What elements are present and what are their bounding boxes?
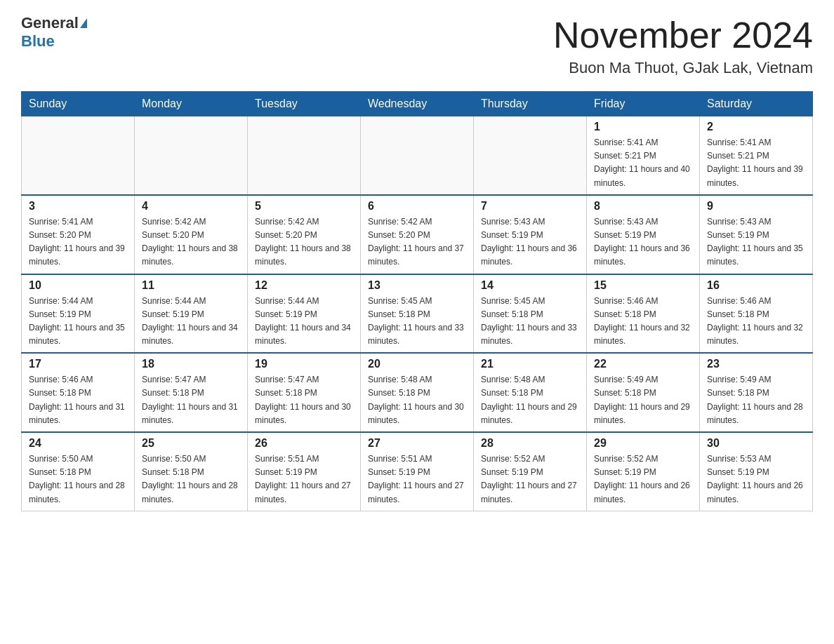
calendar-day-cell xyxy=(22,116,135,195)
day-number: 12 xyxy=(255,279,353,292)
day-number: 26 xyxy=(255,437,353,450)
calendar-day-cell: 10Sunrise: 5:44 AM Sunset: 5:19 PM Dayli… xyxy=(22,274,135,354)
day-number: 14 xyxy=(481,279,579,292)
day-info: Sunrise: 5:42 AM Sunset: 5:20 PM Dayligh… xyxy=(142,215,240,269)
title-section: November 2024 Buon Ma Thuot, GJak Lak, V… xyxy=(553,14,813,77)
calendar-week-row: 24Sunrise: 5:50 AM Sunset: 5:18 PM Dayli… xyxy=(22,432,813,511)
day-info: Sunrise: 5:43 AM Sunset: 5:19 PM Dayligh… xyxy=(707,215,805,269)
calendar-header-row: SundayMondayTuesdayWednesdayThursdayFrid… xyxy=(22,92,813,116)
calendar-day-cell: 22Sunrise: 5:49 AM Sunset: 5:18 PM Dayli… xyxy=(587,353,700,432)
day-info: Sunrise: 5:45 AM Sunset: 5:18 PM Dayligh… xyxy=(481,295,579,349)
day-info: Sunrise: 5:43 AM Sunset: 5:19 PM Dayligh… xyxy=(594,215,692,269)
day-number: 16 xyxy=(707,279,805,292)
calendar-week-row: 3Sunrise: 5:41 AM Sunset: 5:20 PM Daylig… xyxy=(22,195,813,274)
calendar-day-cell: 11Sunrise: 5:44 AM Sunset: 5:19 PM Dayli… xyxy=(135,274,248,354)
day-info: Sunrise: 5:41 AM Sunset: 5:21 PM Dayligh… xyxy=(594,136,692,190)
day-number: 20 xyxy=(368,358,466,370)
day-number: 25 xyxy=(142,437,240,450)
day-number: 1 xyxy=(594,121,692,133)
calendar-day-cell: 20Sunrise: 5:48 AM Sunset: 5:18 PM Dayli… xyxy=(361,353,474,432)
day-info: Sunrise: 5:44 AM Sunset: 5:19 PM Dayligh… xyxy=(142,295,240,349)
page-header: General Blue November 2024 Buon Ma Thuot… xyxy=(21,14,813,77)
day-of-week-header: Saturday xyxy=(700,92,813,116)
day-info: Sunrise: 5:50 AM Sunset: 5:18 PM Dayligh… xyxy=(142,452,240,507)
calendar-day-cell: 7Sunrise: 5:43 AM Sunset: 5:19 PM Daylig… xyxy=(474,195,587,274)
day-number: 23 xyxy=(707,358,805,370)
day-info: Sunrise: 5:43 AM Sunset: 5:19 PM Dayligh… xyxy=(481,215,579,269)
calendar-day-cell: 2Sunrise: 5:41 AM Sunset: 5:21 PM Daylig… xyxy=(700,116,813,195)
calendar-day-cell: 16Sunrise: 5:46 AM Sunset: 5:18 PM Dayli… xyxy=(700,274,813,354)
calendar-day-cell: 18Sunrise: 5:47 AM Sunset: 5:18 PM Dayli… xyxy=(135,353,248,432)
day-number: 15 xyxy=(594,279,692,292)
day-number: 4 xyxy=(142,200,240,213)
day-number: 8 xyxy=(594,200,692,213)
calendar-week-row: 10Sunrise: 5:44 AM Sunset: 5:19 PM Dayli… xyxy=(22,274,813,354)
calendar-day-cell: 21Sunrise: 5:48 AM Sunset: 5:18 PM Dayli… xyxy=(474,353,587,432)
calendar-day-cell xyxy=(248,116,361,195)
day-info: Sunrise: 5:48 AM Sunset: 5:18 PM Dayligh… xyxy=(481,373,579,427)
calendar-day-cell: 15Sunrise: 5:46 AM Sunset: 5:18 PM Dayli… xyxy=(587,274,700,354)
calendar-day-cell xyxy=(474,116,587,195)
calendar-week-row: 17Sunrise: 5:46 AM Sunset: 5:18 PM Dayli… xyxy=(22,353,813,432)
calendar-day-cell: 28Sunrise: 5:52 AM Sunset: 5:19 PM Dayli… xyxy=(474,432,587,511)
day-number: 10 xyxy=(29,279,127,292)
day-of-week-header: Wednesday xyxy=(361,92,474,116)
day-info: Sunrise: 5:51 AM Sunset: 5:19 PM Dayligh… xyxy=(368,452,466,507)
day-number: 7 xyxy=(481,200,579,213)
day-info: Sunrise: 5:46 AM Sunset: 5:18 PM Dayligh… xyxy=(29,373,127,427)
day-info: Sunrise: 5:42 AM Sunset: 5:20 PM Dayligh… xyxy=(255,215,353,269)
day-info: Sunrise: 5:48 AM Sunset: 5:18 PM Dayligh… xyxy=(368,373,466,427)
day-number: 21 xyxy=(481,358,579,370)
calendar-day-cell: 14Sunrise: 5:45 AM Sunset: 5:18 PM Dayli… xyxy=(474,274,587,354)
day-number: 13 xyxy=(368,279,466,292)
day-of-week-header: Thursday xyxy=(474,92,587,116)
day-info: Sunrise: 5:41 AM Sunset: 5:21 PM Dayligh… xyxy=(707,136,805,190)
calendar-day-cell: 8Sunrise: 5:43 AM Sunset: 5:19 PM Daylig… xyxy=(587,195,700,274)
day-info: Sunrise: 5:41 AM Sunset: 5:20 PM Dayligh… xyxy=(29,215,127,269)
calendar-day-cell: 23Sunrise: 5:49 AM Sunset: 5:18 PM Dayli… xyxy=(700,353,813,432)
day-number: 29 xyxy=(594,437,692,450)
day-number: 9 xyxy=(707,200,805,213)
day-info: Sunrise: 5:42 AM Sunset: 5:20 PM Dayligh… xyxy=(368,215,466,269)
month-year-title: November 2024 xyxy=(553,14,813,56)
calendar-day-cell: 25Sunrise: 5:50 AM Sunset: 5:18 PM Dayli… xyxy=(135,432,248,511)
calendar-day-cell: 5Sunrise: 5:42 AM Sunset: 5:20 PM Daylig… xyxy=(248,195,361,274)
day-info: Sunrise: 5:50 AM Sunset: 5:18 PM Dayligh… xyxy=(29,452,127,507)
calendar-day-cell: 4Sunrise: 5:42 AM Sunset: 5:20 PM Daylig… xyxy=(135,195,248,274)
day-of-week-header: Tuesday xyxy=(248,92,361,116)
calendar-day-cell: 6Sunrise: 5:42 AM Sunset: 5:20 PM Daylig… xyxy=(361,195,474,274)
day-number: 28 xyxy=(481,437,579,450)
calendar-table: SundayMondayTuesdayWednesdayThursdayFrid… xyxy=(21,91,813,511)
calendar-day-cell: 24Sunrise: 5:50 AM Sunset: 5:18 PM Dayli… xyxy=(22,432,135,511)
day-number: 27 xyxy=(368,437,466,450)
calendar-day-cell: 26Sunrise: 5:51 AM Sunset: 5:19 PM Dayli… xyxy=(248,432,361,511)
day-number: 11 xyxy=(142,279,240,292)
calendar-day-cell: 27Sunrise: 5:51 AM Sunset: 5:19 PM Dayli… xyxy=(361,432,474,511)
day-info: Sunrise: 5:44 AM Sunset: 5:19 PM Dayligh… xyxy=(255,295,353,349)
day-info: Sunrise: 5:51 AM Sunset: 5:19 PM Dayligh… xyxy=(255,452,353,507)
day-info: Sunrise: 5:52 AM Sunset: 5:19 PM Dayligh… xyxy=(594,452,692,507)
calendar-week-row: 1Sunrise: 5:41 AM Sunset: 5:21 PM Daylig… xyxy=(22,116,813,195)
logo-general-text: General xyxy=(21,14,79,32)
day-number: 5 xyxy=(255,200,353,213)
calendar-day-cell: 9Sunrise: 5:43 AM Sunset: 5:19 PM Daylig… xyxy=(700,195,813,274)
day-info: Sunrise: 5:47 AM Sunset: 5:18 PM Dayligh… xyxy=(255,373,353,427)
logo-triangle-icon xyxy=(80,18,87,28)
day-info: Sunrise: 5:44 AM Sunset: 5:19 PM Dayligh… xyxy=(29,295,127,349)
logo-blue-text: Blue xyxy=(21,32,55,50)
calendar-day-cell xyxy=(135,116,248,195)
day-number: 17 xyxy=(29,358,127,370)
day-of-week-header: Sunday xyxy=(22,92,135,116)
calendar-day-cell: 3Sunrise: 5:41 AM Sunset: 5:20 PM Daylig… xyxy=(22,195,135,274)
day-number: 6 xyxy=(368,200,466,213)
calendar-day-cell: 30Sunrise: 5:53 AM Sunset: 5:19 PM Dayli… xyxy=(700,432,813,511)
day-number: 2 xyxy=(707,121,805,133)
day-number: 19 xyxy=(255,358,353,370)
calendar-day-cell xyxy=(361,116,474,195)
day-info: Sunrise: 5:49 AM Sunset: 5:18 PM Dayligh… xyxy=(707,373,805,427)
day-info: Sunrise: 5:52 AM Sunset: 5:19 PM Dayligh… xyxy=(481,452,579,507)
day-number: 24 xyxy=(29,437,127,450)
day-info: Sunrise: 5:45 AM Sunset: 5:18 PM Dayligh… xyxy=(368,295,466,349)
logo: General Blue xyxy=(21,14,87,51)
calendar-day-cell: 1Sunrise: 5:41 AM Sunset: 5:21 PM Daylig… xyxy=(587,116,700,195)
